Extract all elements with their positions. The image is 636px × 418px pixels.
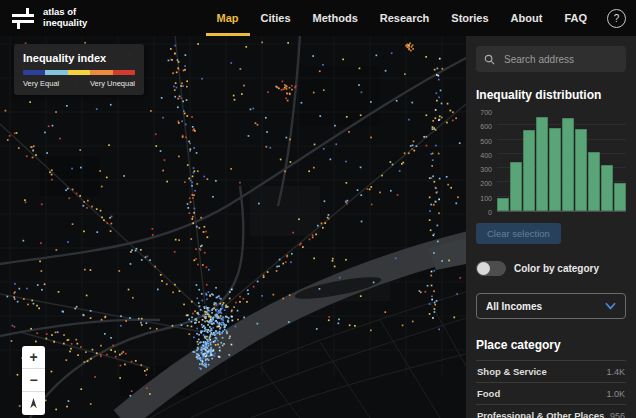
map-canvas[interactable]: Inequality index Very Equal Very Unequal… [0,36,466,418]
legend-color-segment [68,70,90,75]
toggle-label: Color by category [514,263,599,274]
legend-label-unequal: Very Unequal [90,79,135,88]
y-tick-label: 0 [488,209,492,216]
histogram-bar-0[interactable] [497,198,509,211]
nav-item-map[interactable]: Map [206,0,250,36]
chevron-down-icon [605,302,616,310]
place-category-list: Shop & Service1.4KFood1.0KProfessional &… [476,360,626,418]
color-by-category-toggle[interactable]: Color by category [476,261,626,276]
y-tick-label: 200 [480,180,492,187]
y-tick-label: 700 [480,109,492,116]
nav-item-stories[interactable]: Stories [440,0,499,36]
histogram-bar-9[interactable] [614,183,626,211]
zoom-out-button[interactable]: − [22,369,45,392]
category-label: Professional & Other Places [477,410,604,418]
help-question-icon: ? [614,13,620,24]
histogram-bar-4[interactable] [549,128,561,211]
zoom-in-button[interactable]: + [22,346,45,369]
map-zoom-controls: + − [22,346,45,415]
app-header: atlas of inequality MapCitiesMethodsRese… [0,0,636,36]
histogram-bar-3[interactable] [536,117,548,211]
toggle-knob [477,262,490,275]
legend-color-segment [45,70,67,75]
help-button[interactable]: ? [607,9,626,28]
category-label: Shop & Service [477,366,547,377]
logo-text: atlas of inequality [43,7,87,29]
legend-color-scale [23,70,135,75]
income-filter-value: All Incomes [486,301,542,312]
clear-selection-button[interactable]: Clear selection [476,223,561,244]
address-search[interactable] [476,46,626,72]
histogram-bar-7[interactable] [588,152,600,211]
histogram-bar-2[interactable] [523,130,535,211]
y-tick-label: 400 [480,151,492,158]
minus-icon: − [29,372,37,388]
nav-item-about[interactable]: About [500,0,554,36]
y-tick-label: 300 [480,166,492,173]
atlas-of-inequality-icon [10,6,36,30]
histogram-bar-6[interactable] [575,129,587,211]
income-filter-dropdown[interactable]: All Incomes [476,293,626,319]
category-row[interactable]: Food1.0K [476,382,626,404]
legend-color-segment [23,70,45,75]
histogram-y-axis: 0100200300400500600700 [476,112,493,212]
plus-icon: + [29,349,37,365]
legend-label-equal: Very Equal [23,79,59,88]
legend-color-segment [90,70,112,75]
category-count: 1.0K [606,389,625,399]
nav-item-cities[interactable]: Cities [250,0,302,36]
search-icon [484,54,495,65]
category-count: 1.4K [606,367,625,377]
histogram-bar-5[interactable] [562,118,574,211]
inequality-histogram: 0100200300400500600700 [476,112,626,212]
search-input[interactable] [502,53,618,66]
legend-color-segment [113,70,135,75]
nav-item-methods[interactable]: Methods [302,0,369,36]
toggle-switch-off[interactable] [476,261,506,276]
category-row[interactable]: Shop & Service1.4K [476,360,626,382]
category-count: 956 [610,411,625,418]
y-tick-label: 500 [480,137,492,144]
category-row[interactable]: Professional & Other Places956 [476,404,626,418]
compass-needle-icon [27,397,40,410]
sidebar: Inequality distribution 0100200300400500… [466,36,636,418]
logo[interactable]: atlas of inequality [10,6,87,30]
category-label: Food [477,388,500,399]
histogram-bar-1[interactable] [510,162,522,211]
place-category-title: Place category [476,338,626,352]
y-tick-label: 600 [480,123,492,130]
y-tick-label: 100 [480,194,492,201]
histogram-plot [497,112,626,212]
main-nav: MapCitiesMethodsResearchStoriesAboutFAQ [206,0,598,36]
nav-item-research[interactable]: Research [369,0,441,36]
compass-button[interactable] [22,392,45,415]
histogram-bar-8[interactable] [601,165,613,211]
inequality-index-legend: Inequality index Very Equal Very Unequal [14,44,144,95]
distribution-title: Inequality distribution [476,88,626,102]
legend-title: Inequality index [23,52,135,64]
nav-item-faq[interactable]: FAQ [553,0,598,36]
